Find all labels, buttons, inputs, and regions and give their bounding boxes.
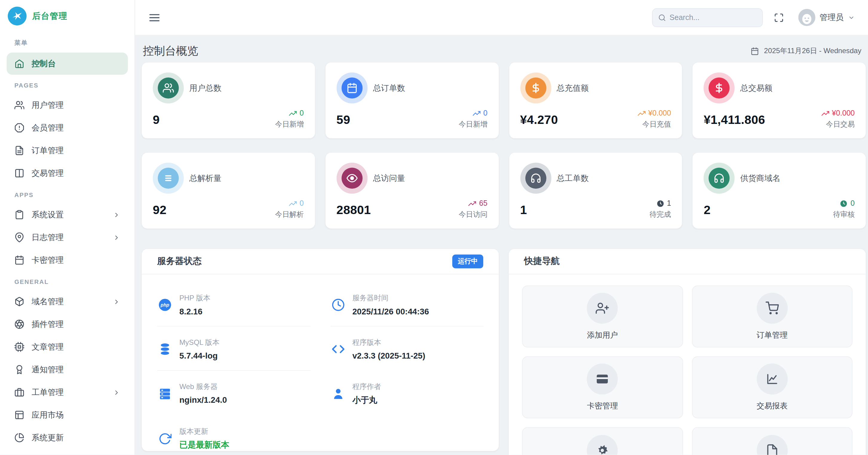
server-info-value: 小于丸 (352, 395, 381, 405)
stat-title: 用户总数 (189, 83, 221, 93)
trend-icon (840, 199, 848, 207)
quick-nav-tile[interactable]: 卡密管理 (522, 356, 683, 419)
server-status-header: 服务器状态 运行中 (142, 249, 498, 274)
server-info-value: 已是最新版本 (179, 440, 229, 450)
quick-nav-tile[interactable]: 交易报表 (692, 356, 852, 419)
stat-card-top: 总解析量 (153, 163, 304, 194)
fullscreen-icon[interactable] (774, 12, 783, 22)
sidebar-item[interactable]: 用户管理 (7, 94, 128, 116)
bottom-section: 服务器状态 运行中 php PHP 版本 8.2.16 (142, 249, 866, 455)
swallow-logo-icon (11, 10, 23, 22)
sidebar-item-label: 文章管理 (32, 342, 64, 352)
stat-card-top: 总访问量 (336, 163, 487, 194)
sidebar-item[interactable]: 应用市场 (7, 404, 128, 426)
stat-trend: 0 待审核 (833, 199, 855, 220)
stat-trend: 1 待完成 (649, 199, 671, 220)
sidebar-item-label: 系统更新 (32, 432, 64, 443)
quick-nav-tile[interactable]: 添加用户 (522, 285, 683, 348)
sidebar-item-icon (14, 387, 24, 397)
sidebar-section-pages: 用户管理 会员管理 订单管理 交易管理 (0, 94, 134, 184)
menu-toggle-icon[interactable] (149, 11, 161, 24)
page-title: 控制台概览 (143, 43, 198, 58)
quick-nav-tile-circle (756, 293, 788, 324)
stat-icon-circle (158, 168, 179, 189)
stat-value: 28801 (336, 203, 371, 217)
sidebar-item[interactable]: 文章管理 (7, 336, 128, 358)
stat-trend-line: 0 (459, 109, 487, 117)
sidebar-item[interactable]: 系统更新 (7, 427, 128, 449)
stat-trend: 65 今日访问 (459, 199, 487, 220)
quick-nav-tile-circle (587, 435, 618, 455)
svg-text:php: php (160, 302, 169, 307)
stat-icon (530, 172, 541, 184)
stat-icon-ring (153, 72, 184, 104)
sidebar-item[interactable]: 订单管理 (7, 139, 128, 162)
stat-icon-circle (709, 168, 730, 189)
stat-icon-circle (158, 77, 179, 98)
stat-trend-value: 0 (300, 199, 304, 207)
search-input[interactable] (670, 13, 756, 22)
stat-icon-circle (709, 77, 730, 98)
page-date-text: 2025年11月26日 - Wednesday (764, 46, 861, 56)
server-info-icon: php (158, 298, 172, 311)
calendar-icon (751, 47, 759, 55)
server-info-icon (158, 342, 172, 355)
stat-trend-line: 65 (459, 199, 487, 207)
sidebar-item[interactable]: 交易管理 (7, 162, 128, 184)
stat-value: 2 (704, 203, 711, 217)
sidebar-item[interactable]: 工单管理 (7, 381, 128, 403)
sidebar-section-general: 域名管理 插件管理 文章管理 通知管理 工单管理 (0, 291, 134, 449)
stat-card-top: 总交易额 (704, 72, 855, 104)
server-info-label: MySQL 版本 (179, 338, 219, 348)
sidebar-item[interactable]: 系统设置 (7, 204, 128, 226)
quick-nav-tile[interactable]: 订单管理 (692, 285, 852, 348)
quick-nav-tile-circle (587, 364, 618, 395)
trend-icon (638, 109, 646, 117)
sidebar-item-label: 控制台 (32, 59, 56, 69)
stat-icon-circle (341, 168, 362, 189)
trend-icon (289, 199, 297, 207)
stat-icon-circle (525, 77, 546, 98)
stat-value: ¥1,411.806 (704, 113, 765, 127)
server-info-label: 版本更新 (179, 427, 229, 436)
sidebar-item[interactable]: 插件管理 (7, 313, 128, 335)
stat-icon (714, 83, 725, 93)
quick-nav-tile-icon (766, 444, 779, 455)
stat-trend-label: 待完成 (649, 209, 671, 220)
server-info-value: 5.7.44-log (179, 351, 219, 360)
stat-trend-value: 65 (479, 199, 488, 207)
user-menu[interactable]: 管理员 (798, 9, 855, 26)
sidebar-item-label: 会员管理 (32, 123, 64, 133)
sidebar-item-label: 域名管理 (32, 296, 64, 306)
trend-icon (469, 199, 476, 207)
stat-title: 总交易额 (740, 83, 772, 93)
sidebar-item[interactable]: 域名管理 (7, 291, 128, 313)
sidebar-section-label: 菜单 (0, 32, 134, 52)
server-info-icon (331, 298, 344, 311)
stat-icon-ring (336, 163, 367, 194)
sidebar-item[interactable]: 卡密管理 (7, 249, 128, 271)
stat-icon-ring (336, 72, 367, 104)
server-info-text: 程序作者 小于丸 (352, 382, 381, 406)
stat-title: 总访问量 (373, 173, 405, 183)
quick-nav-tile-circle (756, 364, 788, 395)
sidebar-item[interactable]: 通知管理 (7, 359, 128, 381)
quick-nav-tile[interactable] (692, 427, 852, 455)
server-info-label: Web 服务器 (179, 382, 227, 392)
stat-icon-ring (153, 163, 184, 194)
sidebar-item-icon (14, 232, 24, 242)
sidebar-item[interactable]: 控制台 (7, 53, 128, 75)
sidebar-item-label: 通知管理 (32, 364, 64, 375)
sidebar-item[interactable]: 日志管理 (7, 226, 128, 249)
server-info-label: 程序作者 (352, 382, 381, 392)
stats-grid: 用户总数 9 0 今日新增 (142, 62, 866, 228)
trend-icon (656, 199, 664, 207)
stat-value: 59 (336, 113, 350, 127)
chevron-down-icon (848, 14, 855, 21)
sidebar-item[interactable]: 会员管理 (7, 117, 128, 139)
quick-nav-tile[interactable] (522, 427, 683, 455)
server-info-text: MySQL 版本 5.7.44-log (179, 338, 219, 360)
sidebar-item-label: 用户管理 (32, 100, 64, 110)
chevron-right-icon (113, 298, 120, 305)
stat-title: 总工单数 (556, 173, 588, 183)
